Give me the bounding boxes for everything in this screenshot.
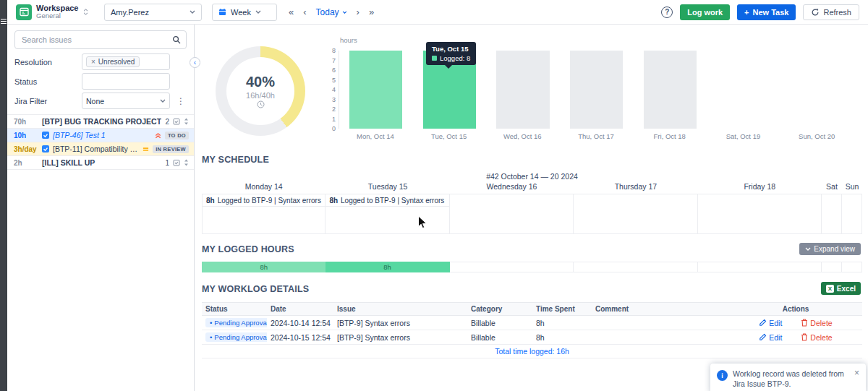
day-header: Tuesday 15 bbox=[326, 182, 449, 191]
resolution-field[interactable]: × Unresolved bbox=[82, 53, 170, 70]
help-icon[interactable]: ? bbox=[661, 7, 673, 18]
excel-export-button[interactable]: X Excel bbox=[821, 282, 861, 295]
bar-column[interactable] bbox=[560, 51, 634, 129]
user-select[interactable]: Amy.Perez bbox=[104, 4, 202, 21]
issue-row-ill[interactable]: 2h [ILL] SKILL UP 1 bbox=[7, 156, 194, 170]
scheduled-icon[interactable] bbox=[173, 159, 180, 166]
logged-hours-cell[interactable] bbox=[698, 262, 822, 272]
col-header-comment: Comment bbox=[592, 305, 729, 313]
issue-row-btp46[interactable]: 10h [BTP-46] Test 1 TO DO bbox=[7, 129, 194, 142]
new-task-button[interactable]: +New Task bbox=[737, 4, 796, 20]
x-axis-label: Wed, Oct 16 bbox=[485, 132, 559, 140]
weekly-hours-chart: hours 876543210 Mon, Oct 14Tue, Oct 15We… bbox=[318, 33, 859, 149]
bar-column[interactable] bbox=[707, 51, 780, 129]
app-rail bbox=[0, 0, 7, 391]
edit-button[interactable]: Edit bbox=[759, 333, 782, 342]
info-icon: i bbox=[717, 370, 728, 381]
y-axis-title: hours bbox=[340, 36, 357, 44]
worklog-time-spent: 8h bbox=[532, 319, 592, 327]
nav-last-icon[interactable]: » bbox=[369, 7, 374, 17]
schedule-entry[interactable]: 8h Logged to BTP-9 | Syntax errors bbox=[326, 194, 448, 207]
logged-hours-cell[interactable] bbox=[450, 262, 574, 272]
required-bar[interactable] bbox=[570, 51, 623, 129]
worklog-table-header: Status Date Issue Category Time Spent Co… bbox=[202, 302, 862, 316]
close-icon[interactable]: × bbox=[854, 369, 859, 377]
nav-first-icon[interactable]: « bbox=[289, 7, 294, 17]
y-tick: 0 bbox=[332, 125, 336, 132]
issue-title: [ILL] SKILL UP bbox=[42, 158, 161, 167]
priority-highest-icon bbox=[155, 132, 161, 139]
issue-time: 2h bbox=[14, 159, 38, 167]
worklog-category: Billable bbox=[467, 319, 532, 327]
issue-row-btp11[interactable]: 3h/day [BTP-11] Compatibility defects IN… bbox=[7, 142, 194, 156]
logged-hours-cell[interactable]: 8h bbox=[326, 262, 449, 272]
search-input[interactable] bbox=[14, 30, 187, 49]
schedule-cell-tuesday[interactable]: 8h Logged to BTP-9 | Syntax errors bbox=[326, 194, 449, 233]
status-dot-icon: • bbox=[210, 333, 212, 341]
chart-plot bbox=[339, 51, 854, 129]
status-field[interactable] bbox=[82, 73, 170, 90]
logged-hours-cell[interactable] bbox=[574, 262, 697, 272]
worklog-time-spent: 8h bbox=[532, 333, 592, 342]
day-header: Thursday 17 bbox=[574, 182, 697, 191]
logged-bar[interactable] bbox=[349, 51, 402, 129]
remove-chip-icon[interactable]: × bbox=[91, 58, 95, 66]
menu-icon[interactable] bbox=[1, 17, 7, 25]
logged-hours-section-title: MY LOGGED HOURS bbox=[202, 244, 294, 254]
required-bar[interactable] bbox=[496, 51, 549, 129]
issue-count: 1 bbox=[165, 159, 169, 167]
schedule-cell-saturday[interactable] bbox=[822, 194, 842, 233]
bar-column[interactable] bbox=[486, 51, 560, 129]
schedule-cell-thursday[interactable] bbox=[574, 194, 697, 233]
x-axis-label: Sun, Oct 20 bbox=[780, 132, 854, 140]
logged-hours-cell[interactable] bbox=[842, 262, 862, 272]
scheduled-icon[interactable] bbox=[173, 118, 180, 125]
nav-next-icon[interactable]: › bbox=[357, 7, 359, 17]
col-header-issue: Issue bbox=[333, 305, 467, 313]
search-icon[interactable] bbox=[172, 35, 181, 44]
main-content: 40% 16h/40h hours 876543210 Mon, Oct 14T… bbox=[195, 25, 868, 391]
bar-column[interactable] bbox=[633, 51, 707, 129]
nav-prev-icon[interactable]: ‹ bbox=[303, 7, 306, 17]
delete-button[interactable]: Delete bbox=[801, 333, 832, 342]
delete-button[interactable]: Delete bbox=[801, 319, 832, 327]
period-select[interactable]: Week bbox=[212, 4, 277, 21]
workspace-icon bbox=[16, 4, 32, 20]
today-label: Today bbox=[316, 7, 339, 17]
issue-time: 70h bbox=[14, 118, 38, 126]
log-work-button[interactable]: Log work bbox=[680, 4, 730, 20]
logged-hours-cell[interactable]: 8h bbox=[202, 262, 326, 272]
edit-button[interactable]: Edit bbox=[759, 319, 782, 327]
sort-icon[interactable] bbox=[184, 118, 189, 125]
schedule-cell-friday[interactable] bbox=[698, 194, 822, 233]
schedule-entry[interactable]: 8h Logged to BTP-9 | Syntax errors bbox=[203, 194, 325, 207]
sidebar-collapse-button[interactable]: ‹ bbox=[190, 57, 200, 68]
toast-message: Worklog record was deleted from Jira Iss… bbox=[733, 369, 849, 389]
y-tick: 8 bbox=[332, 47, 336, 54]
worklog-date: 2024-10-15 12:54 bbox=[267, 333, 333, 342]
issue-time: 10h bbox=[14, 132, 38, 139]
entry-hours: 8h bbox=[206, 197, 215, 205]
logged-hours-cell[interactable] bbox=[822, 262, 842, 272]
entry-text: Logged to BTP-9 | Syntax errors bbox=[341, 197, 444, 205]
refresh-button[interactable]: Refresh bbox=[803, 4, 859, 20]
bar-column[interactable] bbox=[339, 51, 413, 129]
entry-hours: 8h bbox=[329, 197, 338, 205]
schedule-cell-monday[interactable]: 8h Logged to BTP-9 | Syntax errors bbox=[202, 194, 326, 233]
more-options-icon[interactable]: ⋮ bbox=[176, 96, 185, 106]
sort-icon[interactable] bbox=[184, 159, 189, 166]
bar-column[interactable] bbox=[780, 51, 854, 129]
user-select-value: Amy.Perez bbox=[111, 8, 149, 17]
workspace-switch-icon[interactable] bbox=[83, 9, 88, 15]
required-bar[interactable] bbox=[644, 51, 697, 129]
workspace-switcher[interactable]: Workspace General bbox=[16, 4, 100, 20]
schedule-cell-wednesday[interactable] bbox=[450, 194, 574, 233]
jira-filter-select[interactable]: None bbox=[82, 93, 170, 109]
today-button[interactable]: Today bbox=[316, 7, 347, 17]
col-header-time-spent: Time Spent bbox=[532, 305, 592, 313]
issue-count: 2 bbox=[165, 118, 169, 126]
expand-view-button[interactable]: Expand view bbox=[799, 243, 861, 255]
issue-row-btp[interactable]: 70h [BTP] BUG TRACKING PROJECT 2 bbox=[7, 115, 194, 129]
y-tick: 7 bbox=[332, 57, 336, 64]
schedule-cell-sunday[interactable] bbox=[842, 194, 862, 233]
